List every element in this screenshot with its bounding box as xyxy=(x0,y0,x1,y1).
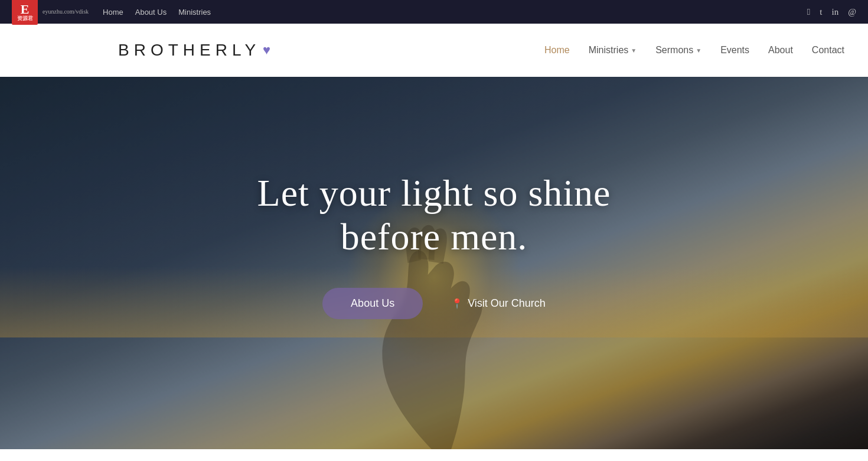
brand-heart: ♥ xyxy=(263,43,275,58)
logo-letter: E xyxy=(21,3,30,16)
sermons-caret-icon: ▼ xyxy=(696,47,701,54)
instagram-icon[interactable]: @ xyxy=(848,7,856,17)
nav-ministries[interactable]: Ministries ▼ xyxy=(589,45,637,56)
top-nav-ministries[interactable]: Ministries xyxy=(178,5,211,19)
nav-contact[interactable]: Contact xyxy=(812,43,844,58)
top-nav-home[interactable]: Home xyxy=(103,5,123,19)
hero-section: Let your light so shine before men. Abou… xyxy=(0,77,868,449)
brand-name: BROTHERLY xyxy=(118,41,260,60)
nav-sermons-label: Sermons xyxy=(655,45,693,56)
logo-text: eyunzhu.com/vdisk xyxy=(43,8,89,16)
nav-events[interactable]: Events xyxy=(720,43,749,58)
top-bar: E 资源君 eyunzhu.com/vdisk Home About Us Mi… xyxy=(0,0,868,24)
hero-buttons: About Us 📍 Visit Our Church xyxy=(257,288,611,319)
nav-home[interactable]: Home xyxy=(544,43,570,58)
hero-title: Let your light so shine before men. xyxy=(257,171,611,258)
logo-url: eyunzhu.com/vdisk xyxy=(43,8,89,16)
top-bar-social:  t in @ xyxy=(807,7,856,17)
logo-box: E 资源君 xyxy=(12,0,38,25)
visit-church-button[interactable]: 📍 Visit Our Church xyxy=(451,297,546,310)
hero-title-line1: Let your light so shine xyxy=(257,172,611,214)
linkedin-icon[interactable]: in xyxy=(832,7,839,17)
twitter-icon[interactable]: t xyxy=(820,7,822,17)
top-nav-about[interactable]: About Us xyxy=(135,5,167,19)
brand-logo[interactable]: BROTHERLY♥ xyxy=(118,41,275,60)
logo-chinese: 资源君 xyxy=(17,16,33,21)
top-bar-logo: E 资源君 eyunzhu.com/vdisk xyxy=(12,0,89,25)
hero-title-line2: before men. xyxy=(341,216,528,258)
pin-icon: 📍 xyxy=(451,298,463,309)
top-bar-left: E 资源君 eyunzhu.com/vdisk Home About Us Mi… xyxy=(12,0,211,25)
main-nav-links: Home Ministries ▼ Sermons ▼ Events About… xyxy=(544,43,844,58)
nav-sermons[interactable]: Sermons ▼ xyxy=(655,45,701,56)
facebook-icon[interactable]:  xyxy=(807,7,810,17)
top-bar-nav: Home About Us Ministries xyxy=(103,5,211,19)
hero-content: Let your light so shine before men. Abou… xyxy=(257,171,611,319)
nav-about[interactable]: About xyxy=(768,43,793,58)
nav-ministries-label: Ministries xyxy=(589,45,629,56)
ministries-caret-icon: ▼ xyxy=(631,47,637,54)
main-nav: BROTHERLY♥ Home Ministries ▼ Sermons ▼ E… xyxy=(0,24,868,77)
about-us-button[interactable]: About Us xyxy=(322,288,423,319)
visit-church-label: Visit Our Church xyxy=(468,297,546,310)
